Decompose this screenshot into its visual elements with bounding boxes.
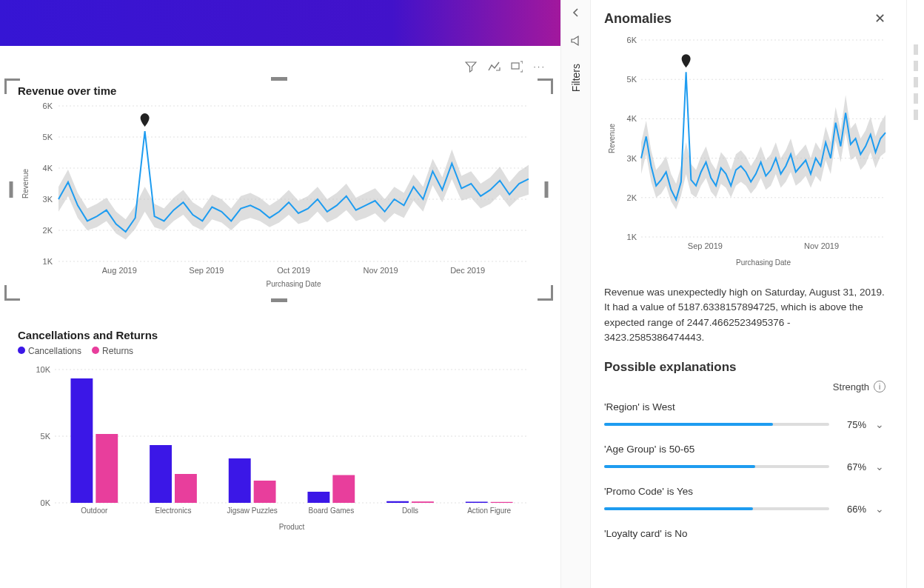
more-options-icon[interactable]: ··· (533, 61, 546, 75)
svg-text:0K: 0K (41, 498, 51, 507)
svg-text:Dolls: Dolls (402, 507, 418, 515)
strength-percent: 67% (837, 461, 866, 472)
svg-text:4K: 4K (43, 164, 53, 173)
strength-bar (604, 465, 829, 468)
visual-toolbar: ··· (465, 61, 546, 75)
report-header-banner (0, 0, 560, 46)
close-icon[interactable]: ✕ (874, 10, 886, 27)
legend-cancellations: Cancellations (28, 346, 81, 356)
svg-text:Sep 2019: Sep 2019 (688, 241, 723, 250)
chevron-down-icon[interactable]: ⌄ (874, 461, 886, 472)
drill-mode-icon[interactable] (487, 61, 500, 75)
report-canvas: ··· Revenue over time 1K2K3K4K5K6KAug 20… (0, 0, 560, 588)
bar-chart-legend: Cancellations Returns (18, 346, 540, 356)
focus-mode-icon[interactable] (511, 61, 523, 75)
anomalies-title: Anomalies (604, 11, 672, 27)
resize-handle[interactable] (271, 298, 287, 302)
chevron-down-icon[interactable]: ⌄ (874, 503, 886, 515)
svg-text:10K: 10K (36, 365, 50, 374)
svg-text:Dec 2019: Dec 2019 (450, 266, 485, 275)
svg-text:Nov 2019: Nov 2019 (804, 241, 839, 250)
svg-text:1K: 1K (627, 233, 637, 241)
strength-percent: 75% (837, 419, 866, 430)
svg-text:5K: 5K (43, 133, 53, 141)
svg-text:2K: 2K (43, 226, 53, 235)
resize-handle[interactable] (10, 181, 13, 198)
right-pane-rail (906, 0, 924, 588)
svg-text:6K: 6K (43, 101, 53, 110)
revenue-chart-title: Revenue over time (18, 84, 540, 97)
svg-rect-36 (332, 475, 355, 504)
svg-text:1K: 1K (43, 257, 53, 266)
cancellations-visual[interactable]: Cancellations and Returns Cancellations … (4, 323, 553, 544)
explanation-label: 'Region' is West (604, 401, 886, 412)
svg-rect-33 (254, 481, 276, 503)
svg-text:Nov 2019: Nov 2019 (364, 266, 398, 275)
svg-rect-29 (150, 445, 172, 503)
svg-rect-42 (491, 502, 513, 503)
cancellations-bar-chart: 0K5K10KOutdoorElectronicsJigsaw PuzzlesB… (18, 364, 536, 534)
explanation-item[interactable]: 'Region' is West 75% ⌄ (604, 401, 886, 430)
filters-label[interactable]: Filters (570, 64, 582, 92)
svg-text:6K: 6K (627, 36, 637, 44)
explanation-label: 'Age Group' is 50-65 (604, 444, 886, 455)
explanation-label: 'Loyalty card' is No (604, 528, 886, 539)
chevron-down-icon[interactable]: ⌄ (874, 418, 886, 430)
anomaly-mini-chart: 1K2K3K4K5K6KSep 2019Nov 2019Purchasing D… (604, 34, 893, 271)
filter-icon[interactable] (465, 61, 477, 75)
svg-rect-41 (466, 502, 488, 504)
resize-handle[interactable] (545, 181, 549, 198)
svg-text:Action Figure: Action Figure (467, 507, 511, 515)
svg-rect-35 (307, 492, 329, 503)
resize-handle[interactable] (271, 77, 287, 81)
svg-text:Outdoor: Outdoor (81, 507, 108, 515)
explanation-item[interactable]: 'Age Group' is 50-65 67% ⌄ (604, 444, 886, 472)
svg-rect-39 (412, 501, 434, 503)
svg-text:Board Games: Board Games (308, 507, 354, 515)
svg-text:Product: Product (279, 523, 305, 531)
explanation-label: 'Promo Code' is Yes (604, 486, 886, 497)
svg-text:Revenue: Revenue (608, 124, 616, 153)
revenue-line-chart: 1K2K3K4K5K6KAug 2019Sep 2019Oct 2019Nov … (18, 98, 536, 291)
svg-text:Revenue: Revenue (21, 169, 30, 198)
svg-rect-0 (512, 63, 519, 69)
svg-rect-30 (175, 474, 197, 503)
svg-rect-27 (96, 434, 118, 503)
explanation-item[interactable]: 'Promo Code' is Yes 66% ⌄ (604, 486, 886, 515)
collapse-filters-icon[interactable] (571, 7, 581, 20)
possible-explanations-heading: Possible explanations (604, 360, 886, 375)
strength-header: Strength i (604, 381, 886, 392)
announce-icon[interactable] (570, 35, 582, 49)
svg-text:Aug 2019: Aug 2019 (102, 266, 137, 275)
legend-returns: Returns (102, 346, 133, 356)
svg-text:Sep 2019: Sep 2019 (189, 266, 224, 275)
strength-bar (604, 423, 829, 426)
strength-label: Strength (833, 381, 869, 392)
svg-text:2K: 2K (627, 193, 637, 202)
svg-rect-32 (229, 458, 251, 503)
anomaly-description: Revenue was unexpectedly high on Saturda… (604, 285, 886, 345)
svg-text:3K: 3K (627, 154, 637, 163)
revenue-visual[interactable]: ··· Revenue over time 1K2K3K4K5K6KAug 20… (4, 78, 553, 301)
strength-bar (604, 507, 829, 510)
svg-text:Electronics: Electronics (155, 507, 192, 515)
svg-text:Purchasing Date: Purchasing Date (736, 258, 791, 267)
svg-text:4K: 4K (627, 114, 637, 123)
svg-rect-26 (70, 378, 93, 503)
svg-text:3K: 3K (43, 195, 53, 204)
svg-rect-38 (386, 501, 409, 503)
svg-text:5K: 5K (41, 432, 51, 441)
strength-percent: 66% (837, 504, 866, 515)
filters-rail: Filters (560, 0, 590, 588)
svg-text:Jigsaw Puzzles: Jigsaw Puzzles (227, 507, 277, 515)
svg-text:Oct 2019: Oct 2019 (277, 266, 310, 275)
cancellations-chart-title: Cancellations and Returns (18, 329, 540, 341)
explanation-item[interactable]: 'Loyalty card' is No (604, 528, 886, 539)
anomalies-panel: Anomalies ✕ 1K2K3K4K5K6KSep 2019Nov 2019… (590, 0, 906, 588)
svg-text:Purchasing Date: Purchasing Date (267, 280, 321, 288)
info-icon[interactable]: i (874, 381, 886, 392)
svg-text:5K: 5K (627, 75, 637, 84)
